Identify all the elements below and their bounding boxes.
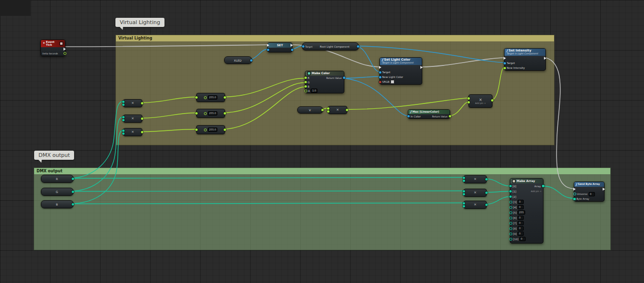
wire-exec-setintensity-to-sendbytearray[interactable] <box>546 58 574 189</box>
pin-delta-seconds-out[interactable] <box>63 52 66 55</box>
wire-makecolor-to-newlightcolor[interactable] <box>344 77 379 78</box>
wire-multv-to-multiply[interactable] <box>346 98 468 110</box>
node-max-linearcolor[interactable]: ƒ Max (LinearColor) In Color Return Valu… <box>408 109 450 119</box>
pin-out[interactable] <box>485 178 488 180</box>
wire-b-to-dmxmultb[interactable] <box>69 203 464 204</box>
node-send-byte-array[interactable]: ƒ Send Byte Array Universe 0 Byte Array <box>574 181 605 202</box>
node-multiply-v[interactable]: × <box>328 106 347 114</box>
pin-b-in[interactable] <box>304 85 307 88</box>
pin-xled-out[interactable] <box>250 59 253 62</box>
pin-b-in[interactable] <box>204 96 207 99</box>
node-divide-g[interactable]: 255.0 <box>196 109 225 118</box>
pin-b-in[interactable] <box>204 129 207 131</box>
pin-element-0[interactable] <box>509 185 512 187</box>
pin-out[interactable] <box>224 96 226 99</box>
pin-element-9[interactable] <box>509 232 512 235</box>
pin-return-value-out[interactable] <box>449 115 451 117</box>
element-6-input[interactable]: 0 <box>518 216 524 220</box>
pin-new-intensity-in[interactable] <box>504 67 506 69</box>
pin-target-in[interactable] <box>302 45 304 48</box>
pin-a-in[interactable] <box>327 107 329 110</box>
pin-b-in[interactable] <box>463 180 465 182</box>
pin-srgb-in[interactable] <box>379 81 381 83</box>
pin-in-color[interactable] <box>407 115 410 117</box>
wire-max-to-multiply[interactable] <box>449 102 468 116</box>
pin-exec-out[interactable] <box>544 57 546 60</box>
srgb-checkbox[interactable] <box>391 80 394 84</box>
pin-array-out[interactable] <box>542 185 544 187</box>
divisor-input[interactable]: 255.0 <box>208 111 217 116</box>
pin-b-in[interactable] <box>204 112 207 115</box>
pin-a-in[interactable] <box>195 112 198 115</box>
wire-exec-tick-to-set[interactable] <box>64 45 267 47</box>
pin-a-in[interactable] <box>195 96 198 99</box>
pin-element-3[interactable] <box>509 201 512 204</box>
pin-a-in[interactable] <box>195 129 198 131</box>
node-make-color[interactable]: Make Color R Return Value G B A 1.0 <box>305 71 344 93</box>
wire-rectlight-to-setlightcolor-target[interactable] <box>355 46 379 72</box>
node-make-array[interactable]: Make Array [0] Array [1] Add pin + [2] [… <box>510 178 543 244</box>
node-multiply-b[interactable]: × <box>123 128 142 136</box>
pin-element-4[interactable] <box>509 206 512 209</box>
node-set-intensity[interactable]: ƒ Set Intensity Target is Light Componen… <box>504 48 546 71</box>
wire-rectlight-to-setintensity-target[interactable] <box>355 46 504 63</box>
pin-exec-out[interactable] <box>420 66 423 69</box>
node-multiply-addpin[interactable]: × Add pin + <box>468 94 492 108</box>
node-get-v[interactable]: V <box>297 106 323 114</box>
pin-element-10[interactable] <box>509 238 512 241</box>
pin-target-in[interactable] <box>379 71 381 74</box>
node-multiply-dmx-g[interactable]: × <box>464 189 487 197</box>
element-7-input[interactable]: 0 <box>518 221 524 225</box>
node-divide-b[interactable]: 255.0 <box>196 125 225 134</box>
pin-exec-in[interactable] <box>267 44 269 47</box>
pin-v-out[interactable] <box>321 109 324 111</box>
pin-universe-in[interactable] <box>573 193 576 195</box>
pin-b-in[interactable] <box>122 103 125 106</box>
element-5-input[interactable]: 255 <box>518 210 525 215</box>
wire-set-to-rectlight-target[interactable] <box>292 46 302 50</box>
pin-g-in[interactable] <box>304 81 307 83</box>
pin-b-in[interactable] <box>327 110 329 113</box>
node-multiply-g[interactable]: × <box>123 115 142 123</box>
pin-out[interactable] <box>485 204 488 206</box>
pin-a-in[interactable] <box>467 97 470 100</box>
pin-out[interactable] <box>491 99 493 102</box>
node-get-xled[interactable]: XLED <box>224 56 252 64</box>
pin-element-6[interactable] <box>509 217 512 219</box>
wire-g-to-dmxmultg[interactable] <box>69 191 464 192</box>
node-set-light-color[interactable]: ƒ Set Light Color Target is Light Compon… <box>379 57 422 85</box>
pin-element-5[interactable] <box>509 211 512 214</box>
element-3-input[interactable]: 0 <box>518 200 524 204</box>
node-get-r[interactable]: R <box>41 175 74 183</box>
pin-new-light-color-in[interactable] <box>379 76 381 78</box>
pin-exec-out[interactable] <box>63 48 66 51</box>
pin-exec-out[interactable] <box>603 188 605 191</box>
node-multiply-dmx-b[interactable]: × <box>464 201 487 209</box>
pin-target-in[interactable] <box>504 62 506 64</box>
pin-b-in[interactable] <box>463 193 465 195</box>
pin-b-in[interactable] <box>463 205 465 207</box>
wire-multg-to-divideg[interactable] <box>141 113 196 118</box>
node-divide-r[interactable]: 255.0 <box>196 93 225 102</box>
pin-exec-in[interactable] <box>379 66 381 69</box>
pin-b-out[interactable] <box>72 203 74 206</box>
pin-return-value-out[interactable] <box>343 77 345 79</box>
pin-out[interactable] <box>224 129 226 131</box>
pin-b-in[interactable] <box>122 119 125 121</box>
pin-a-in[interactable] <box>463 202 465 205</box>
wire-b-to-multb[interactable] <box>69 130 123 204</box>
wire-exec-setlightcolor-to-setintensity[interactable] <box>422 58 504 67</box>
pin-element-7[interactable] <box>509 222 512 225</box>
element-4-input[interactable]: 0 <box>518 205 524 209</box>
element-8-input[interactable]: 0 <box>518 226 524 231</box>
pin-a-in[interactable] <box>463 190 465 193</box>
pin-out[interactable] <box>141 131 143 133</box>
wire-multb-to-divideb[interactable] <box>141 129 196 132</box>
node-get-g[interactable]: G <box>41 188 74 196</box>
pin-exec-in[interactable] <box>573 188 576 191</box>
pin-a-in[interactable] <box>122 129 125 132</box>
add-pin-button[interactable]: Add pin + <box>475 102 486 104</box>
pin-b-in[interactable] <box>122 132 125 135</box>
wire-r-to-dmxmultr[interactable] <box>69 178 464 179</box>
wire-dmxmultg-to-array1[interactable] <box>486 192 510 193</box>
